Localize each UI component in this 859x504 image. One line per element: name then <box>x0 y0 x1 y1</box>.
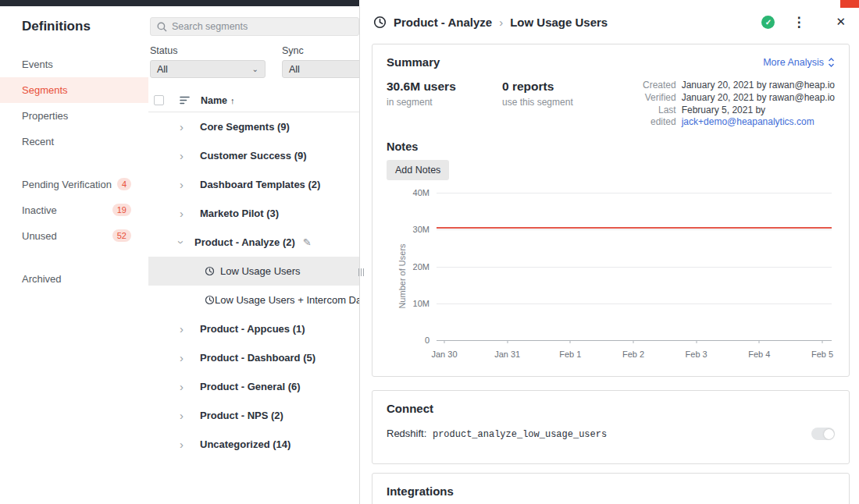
segment-group-dashboard-templates-2[interactable]: ›Dashboard Templates (2) <box>148 170 359 199</box>
summary-title: Summary <box>387 55 440 69</box>
segment-group-product-dashboard-5[interactable]: ›Product - Dashboard (5) <box>148 343 359 372</box>
chevron-right-icon[interactable]: › <box>180 208 200 219</box>
segment-clock-icon <box>373 16 387 29</box>
sidebar-item-properties[interactable]: Properties <box>0 103 148 129</box>
chevron-right-icon[interactable]: › <box>180 121 200 133</box>
search-box[interactable] <box>150 17 359 36</box>
meta-label: Verified <box>637 92 676 104</box>
segment-group-core-segments-9[interactable]: ›Core Segments (9) <box>148 112 359 141</box>
chevron-right-icon[interactable]: › <box>180 352 200 364</box>
segment-group-label: Product - Analyze (2) <box>194 236 295 248</box>
count-badge: 4 <box>117 178 131 190</box>
segment-group-marketo-pilot-3[interactable]: ›Marketo Pilot (3) <box>148 199 359 228</box>
panel-resize-handle[interactable] <box>356 266 366 279</box>
sidebar-section: EventsSegmentsPropertiesRecent <box>0 51 148 154</box>
filter-sort-icon[interactable] <box>180 96 191 105</box>
segment-size-line <box>437 227 832 229</box>
search-input[interactable] <box>172 21 352 32</box>
add-notes-button[interactable]: Add Notes <box>387 160 449 180</box>
x-tick-mark <box>633 340 634 343</box>
chevron-right-icon[interactable]: › <box>180 410 200 421</box>
chevron-right-icon[interactable]: › <box>180 323 200 335</box>
x-tick-mark <box>444 340 445 343</box>
sidebar-item-segments[interactable]: Segments <box>0 77 148 103</box>
sync-select[interactable]: All ⌄ <box>282 60 360 78</box>
reports-stat-caption: use this segment <box>502 97 627 108</box>
x-tick-label: Feb 3 <box>686 350 708 359</box>
chevron-right-icon[interactable]: › <box>180 179 200 190</box>
meta-label: Last edited <box>637 105 676 128</box>
more-analysis-button[interactable]: More Analysis <box>763 57 835 68</box>
segment-group-customer-success-9[interactable]: ›Customer Success (9) <box>148 141 359 170</box>
segment-group-product-general-6[interactable]: ›Product - General (6) <box>148 372 359 401</box>
segment-clock-icon <box>205 266 220 276</box>
x-tick-mark <box>696 340 697 343</box>
status-select-value: All <box>157 64 168 75</box>
chevron-right-icon[interactable]: › <box>180 438 200 450</box>
chevron-down-icon[interactable]: › <box>176 240 187 244</box>
page-title: Definitions <box>0 19 148 34</box>
chevron-down-icon: ⌄ <box>252 66 258 73</box>
y-tick-label: 10M <box>413 299 430 308</box>
segment-group-product-appcues-1[interactable]: ›Product - Appcues (1) <box>148 314 359 343</box>
sort-asc-icon: ↑ <box>230 96 235 105</box>
verified-check-icon[interactable]: ✓ <box>761 16 775 29</box>
kebab-menu-icon[interactable]: ⋮ <box>792 14 805 30</box>
x-tick-label: Jan 31 <box>494 350 520 359</box>
segment-meta: CreatedJanuary 20, 2021 by rawan@heap.io… <box>637 80 835 128</box>
segment-item-low-usage-users[interactable]: Low Usage Users <box>148 257 359 286</box>
sync-filter: Sync All ⌄ <box>282 45 360 78</box>
chevron-right-icon[interactable]: › <box>180 150 200 161</box>
sidebar-item-archived[interactable]: Archived <box>0 266 148 292</box>
segment-group-product-analyze-2[interactable]: ›Product - Analyze (2)✎ <box>148 228 359 257</box>
sidebar-item-label: Pending Verification <box>22 179 112 190</box>
segment-group-uncategorized-14[interactable]: ›Uncategorized (14) <box>148 430 359 459</box>
sidebar-item-label: Events <box>22 59 53 70</box>
sidebar-item-label: Unused <box>22 230 57 242</box>
filters-row: Status All ⌄ Sync All ⌄ <box>150 45 359 78</box>
list-header: Name↑ <box>148 89 359 112</box>
connect-title: Connect <box>387 402 835 415</box>
segment-item-low-usage-users-intercom-data[interactable]: Low Usage Users + Intercom Data <box>148 286 359 314</box>
status-select[interactable]: All ⌄ <box>150 60 266 78</box>
sync-select-value: All <box>289 64 300 75</box>
segments-tree: ›Core Segments (9)›Customer Success (9)›… <box>148 112 359 459</box>
sidebar-section: Archived <box>0 266 148 292</box>
x-tick-mark <box>507 340 508 343</box>
redshift-label: Redshift: <box>387 428 426 439</box>
segment-group-label: Marketo Pilot (3) <box>200 208 279 219</box>
meta-value: February 5, 2021 byjack+demo@heapanalyti… <box>682 105 835 128</box>
users-stat: 30.6M users in segment <box>387 80 502 128</box>
x-tick-label: Feb 4 <box>748 350 770 359</box>
redshift-sync-toggle[interactable] <box>811 428 835 440</box>
segment-users-chart: Number of Users 010M20M30M40M Jan 30Jan … <box>387 188 835 364</box>
email-link[interactable]: jack+demo@heapanalytics.com <box>682 116 835 128</box>
segment-group-label: Product - General (6) <box>200 381 301 392</box>
sidebar-item-pending-verification[interactable]: Pending Verification4 <box>0 172 148 197</box>
redshift-row: Redshift: product_analyze_low_usage_user… <box>387 428 607 440</box>
x-tick-label: Feb 2 <box>622 350 644 359</box>
x-tick-label: Feb 1 <box>559 350 581 359</box>
segment-group-label: Uncategorized (14) <box>200 438 290 450</box>
meta-value: January 20, 2021 by rawan@heap.io <box>682 80 835 91</box>
chevron-right-icon[interactable]: › <box>180 381 200 392</box>
sidebar-item-events[interactable]: Events <box>0 51 148 77</box>
edit-pencil-icon[interactable]: ✎ <box>303 236 312 248</box>
sidebar-section: Pending Verification4Inactive19Unused52 <box>0 172 148 249</box>
select-all-checkbox[interactable] <box>154 95 164 105</box>
name-header-label: Name <box>201 95 227 106</box>
sidebar-item-unused[interactable]: Unused52 <box>0 223 148 249</box>
x-tick-label: Feb 5 <box>811 350 833 359</box>
close-icon[interactable]: ✕ <box>836 15 846 29</box>
x-tick-label: Jan 30 <box>431 350 457 359</box>
more-analysis-label: More Analysis <box>763 57 824 68</box>
sidebar-item-recent[interactable]: Recent <box>0 129 148 154</box>
sidebar-item-inactive[interactable]: Inactive19 <box>0 197 148 223</box>
name-column-header[interactable]: Name↑ <box>201 95 235 106</box>
segment-detail-panel: Product - Analyze › Low Usage Users ✓ ⋮ … <box>360 0 859 504</box>
segment-group-product-nps-2[interactable]: ›Product - NPS (2) <box>148 401 359 430</box>
users-stat-caption: in segment <box>387 97 502 108</box>
status-filter-label: Status <box>150 45 266 56</box>
breadcrumb-parent[interactable]: Product - Analyze <box>394 16 492 29</box>
meta-label: Created <box>637 80 676 91</box>
